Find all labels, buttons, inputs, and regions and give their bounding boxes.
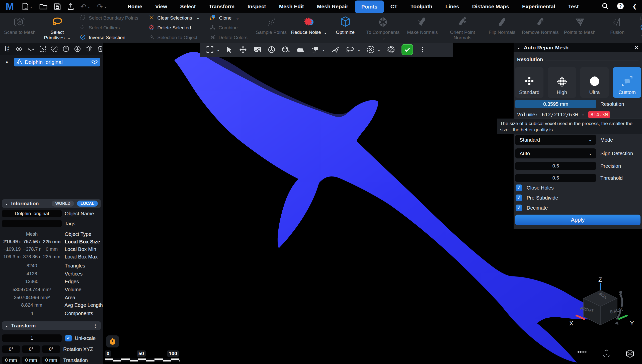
- tab-toolpath[interactable]: Toolpath: [404, 0, 439, 13]
- sort-az-icon[interactable]: AZ: [4, 46, 11, 52]
- visibility-eye-icon[interactable]: [91, 59, 98, 65]
- precision-field[interactable]: 0.5: [515, 162, 596, 170]
- gizmo-axis-x[interactable]: X: [569, 320, 573, 327]
- decimate-option[interactable]: ✓ Decimate: [516, 205, 548, 211]
- tab-distance-maps[interactable]: Distance Maps: [466, 0, 516, 13]
- new-file-button[interactable]: ⌄: [22, 3, 33, 10]
- convex-hull-button[interactable]: Convex Hull: [640, 24, 642, 32]
- tab-inspect[interactable]: Inspect: [241, 0, 273, 13]
- tab-mesh-edit[interactable]: Mesh Edit: [273, 0, 310, 13]
- collapse-ribbon-icon[interactable]: ❮: [632, 3, 637, 10]
- app-logo-icon[interactable]: M: [4, 2, 16, 12]
- undo-button[interactable]: ↶ ⌄: [81, 3, 91, 11]
- scene-tree-toolbar: AZ: [0, 43, 103, 55]
- translation-y-field[interactable]: 0 mm: [22, 356, 40, 364]
- rotation-z-field[interactable]: 0°: [42, 345, 60, 353]
- transform-menu-icon[interactable]: ⋮: [93, 323, 98, 329]
- repair-panel-header[interactable]: ⌄ Auto Repair Mesh ✕: [514, 43, 642, 52]
- close-holes-checkbox[interactable]: ✓: [516, 185, 522, 191]
- local-space-toggle[interactable]: LOCAL: [77, 201, 98, 207]
- redo-button[interactable]: ↷ ⌄: [97, 3, 107, 11]
- inverse-selection-button[interactable]: Inverse Selection: [80, 34, 138, 41]
- move-down-icon[interactable]: [74, 46, 81, 52]
- show-all-eye-icon[interactable]: [16, 46, 23, 52]
- resolution-value-field[interactable]: 0.3595 mm: [515, 100, 596, 108]
- gizmo-axis-z[interactable]: Z: [598, 276, 602, 283]
- move-up-icon[interactable]: [63, 46, 69, 52]
- delete-object-icon[interactable]: [97, 46, 103, 52]
- sign-detection-dropdown[interactable]: Auto ⌄: [515, 148, 596, 158]
- tab-test[interactable]: Test: [562, 0, 585, 13]
- mode-dropdown[interactable]: Standard ⌄: [515, 135, 596, 145]
- close-holes-option[interactable]: ✓ Close Holes: [516, 185, 554, 191]
- move-tool-button[interactable]: [239, 46, 247, 53]
- tab-points[interactable]: Points: [355, 1, 384, 13]
- pre-subdivide-checkbox[interactable]: ✓: [516, 195, 522, 201]
- tab-lines[interactable]: Lines: [439, 0, 466, 13]
- confirm-button[interactable]: [402, 44, 413, 55]
- close-icon[interactable]: ✕: [634, 45, 638, 51]
- world-space-toggle[interactable]: WORLD: [52, 201, 74, 207]
- resolution-option-high[interactable]: High: [548, 67, 576, 98]
- bounding-box-icon[interactable]: [625, 349, 634, 358]
- rename-icon[interactable]: [86, 46, 92, 52]
- threshold-field[interactable]: 0.5: [515, 174, 596, 182]
- tab-view[interactable]: View: [149, 0, 174, 13]
- resolution-option-standard[interactable]: Standard: [515, 67, 543, 98]
- object-name-field[interactable]: Dolphin_original: [2, 210, 62, 217]
- shapes-button[interactable]: [296, 46, 304, 53]
- focus-target-icon[interactable]: [602, 349, 611, 358]
- decimate-checkbox[interactable]: ✓: [516, 205, 522, 211]
- tab-mesh-repair[interactable]: Mesh Repair: [310, 0, 355, 13]
- zoom-fit-button[interactable]: [206, 46, 214, 53]
- resolution-option-ultra[interactable]: Ultra: [580, 67, 609, 98]
- orbit-wheel-button[interactable]: [268, 46, 275, 53]
- deselect-all-icon[interactable]: [51, 46, 58, 52]
- orientation-gizmo[interactable]: TOP RIGHT BACK Z X Y: [570, 282, 633, 342]
- select-all-icon[interactable]: [40, 46, 46, 52]
- gizmo-axis-y[interactable]: Y: [630, 320, 634, 327]
- help-icon[interactable]: ?: [617, 3, 624, 11]
- pre-subdivide-option[interactable]: ✓ Pre-Subdivide: [516, 195, 558, 201]
- rotation-x-field[interactable]: 0°: [2, 345, 20, 353]
- clone-button[interactable]: Clone ⌄: [210, 15, 248, 22]
- tab-experimental[interactable]: Experimental: [516, 0, 562, 13]
- slice-plane-button[interactable]: [331, 46, 339, 53]
- information-header[interactable]: ⌄ Information WORLD LOCAL: [2, 199, 101, 208]
- tab-select[interactable]: Select: [174, 0, 202, 13]
- display-settings-button[interactable]: [253, 46, 261, 53]
- deselect-circle-button[interactable]: [387, 46, 395, 54]
- tags-field[interactable]: –: [2, 220, 62, 227]
- add-primitive-mesh-button[interactable]: [282, 46, 290, 53]
- toolbar-more-icon[interactable]: ⋮: [420, 46, 426, 53]
- delete-selected-button[interactable]: Delete Selected: [148, 24, 200, 32]
- export-button[interactable]: [67, 3, 74, 10]
- select-cursor-button[interactable]: [226, 46, 233, 53]
- search-icon[interactable]: [602, 3, 608, 10]
- hide-all-eye-icon[interactable]: [28, 46, 35, 52]
- translation-x-field[interactable]: 0 mm: [2, 356, 20, 364]
- save-button[interactable]: [54, 3, 61, 10]
- optimize-button[interactable]: Optimize: [328, 13, 363, 43]
- measure-icon[interactable]: [577, 349, 587, 358]
- open-file-button[interactable]: [39, 3, 47, 10]
- viewport-3d[interactable]: ⌄ ⌄ ⌄ ⌄ ⋮ The size of a cubical voxel us…: [103, 43, 642, 364]
- resolution-option-custom[interactable]: Custom: [613, 67, 641, 98]
- tab-home[interactable]: Home: [121, 0, 149, 13]
- copy-view-button[interactable]: [311, 46, 319, 53]
- apply-button[interactable]: Apply: [515, 215, 640, 225]
- clear-selection-button[interactable]: [367, 46, 374, 53]
- translation-z-field[interactable]: 0 mm: [42, 356, 60, 364]
- reduce-noise-button[interactable]: Reduce Noise ⌄: [290, 13, 328, 43]
- lasso-select-button[interactable]: [346, 46, 354, 53]
- uni-scale-checkbox[interactable]: ✓: [65, 335, 72, 341]
- tab-transform[interactable]: Transform: [202, 0, 241, 13]
- scene-object-dolphin[interactable]: Dolphin_original: [14, 58, 100, 66]
- clear-selections-button[interactable]: Clear Selections ⌄: [148, 15, 200, 22]
- timer-button[interactable]: [106, 335, 119, 347]
- select-primitives-button[interactable]: Select Primitives ⌄: [40, 13, 75, 43]
- scale-field[interactable]: 1: [2, 334, 62, 342]
- tab-ct[interactable]: CT: [384, 0, 404, 13]
- rotation-y-field[interactable]: 0°: [22, 345, 40, 353]
- transform-header[interactable]: ⌄ Transform ⋮: [2, 321, 101, 330]
